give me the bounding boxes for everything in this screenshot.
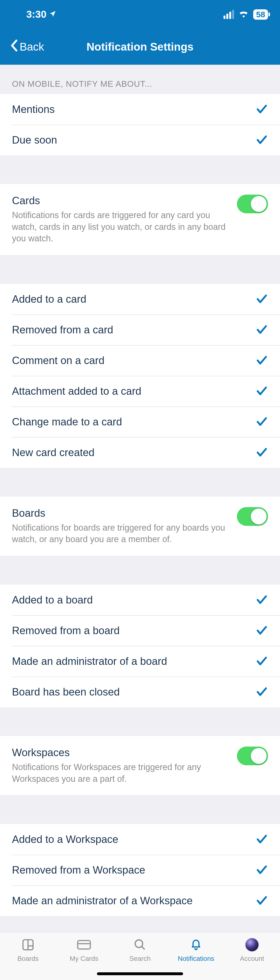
status-time: 3:30: [26, 9, 46, 20]
row-added-to-board[interactable]: Added to a board: [0, 585, 280, 615]
row-label: Removed from a Workspace: [12, 864, 145, 876]
row-cards-toggle[interactable]: Cards Notifications for cards are trigge…: [0, 184, 280, 255]
row-label: New card created: [12, 447, 95, 458]
check-icon: [256, 894, 268, 907]
group-boards-items: Added to a board Removed from a board Ma…: [0, 585, 280, 707]
cellular-signal-icon: [223, 10, 234, 19]
row-label: Comment on a card: [12, 355, 104, 366]
avatar: [245, 938, 259, 952]
row-admin-of-workspace[interactable]: Made an administrator of a Workspace: [0, 885, 280, 916]
back-label: Back: [20, 40, 44, 53]
chevron-left-icon: [9, 39, 18, 54]
row-title: Cards: [12, 195, 230, 207]
tab-bar-wrap: Boards My Cards Search Notifications Acc…: [0, 932, 280, 980]
check-icon: [256, 686, 268, 698]
row-label: Change made to a card: [12, 416, 122, 428]
group-top: Mentions Due soon: [0, 94, 280, 155]
row-label: Board has been closed: [12, 686, 120, 698]
group-boards-head: Boards Notifications for boards are trig…: [0, 496, 280, 556]
tab-label: Account: [240, 955, 264, 963]
row-desc: Notifications for boards are triggered f…: [12, 522, 230, 545]
row-due-soon[interactable]: Due soon: [0, 125, 280, 155]
tab-notifications[interactable]: Notifications: [168, 937, 224, 963]
row-removed-from-card[interactable]: Removed from a card: [0, 315, 280, 345]
row-mentions[interactable]: Mentions: [0, 94, 280, 125]
tab-label: Notifications: [178, 955, 214, 963]
row-desc: Notifications for Workspaces are trigger…: [12, 761, 230, 785]
check-icon: [256, 103, 268, 116]
status-bar: 3:30 58: [0, 0, 280, 29]
row-new-card[interactable]: New card created: [0, 437, 280, 468]
boards-icon: [21, 937, 36, 953]
check-icon: [256, 293, 268, 305]
tab-label: Boards: [17, 955, 39, 963]
tab-label: Search: [130, 955, 151, 963]
status-right: 58: [223, 9, 268, 20]
mycards-icon: [76, 937, 92, 953]
battery-level: 58: [253, 10, 268, 20]
row-boards-toggle[interactable]: Boards Notifications for boards are trig…: [0, 496, 280, 556]
check-icon: [256, 624, 268, 637]
row-label: Removed from a board: [12, 625, 120, 636]
nav-bar: Back Notification Settings: [0, 29, 280, 65]
row-workspaces-toggle[interactable]: Workspaces Notifications for Workspaces …: [0, 736, 280, 795]
row-change-made[interactable]: Change made to a card: [0, 406, 280, 437]
row-added-to-card[interactable]: Added to a card: [0, 284, 280, 315]
row-removed-from-workspace[interactable]: Removed from a Workspace: [0, 855, 280, 885]
group-cards-items: Added to a card Removed from a card Comm…: [0, 284, 280, 468]
page-title: Notification Settings: [86, 40, 193, 53]
toggle-workspaces[interactable]: [237, 746, 268, 765]
check-icon: [256, 864, 268, 876]
row-added-to-workspace[interactable]: Added to a Workspace: [0, 824, 280, 855]
status-time-area: 3:30: [26, 9, 57, 20]
row-label: Due soon: [12, 134, 57, 146]
tab-account[interactable]: Account: [224, 937, 280, 963]
group-workspaces-head: Workspaces Notifications for Workspaces …: [0, 736, 280, 795]
check-icon: [256, 415, 268, 428]
check-icon: [256, 655, 268, 668]
row-attachment-added[interactable]: Attachment added to a card: [0, 376, 280, 406]
row-label: Removed from a card: [12, 324, 113, 336]
row-label: Made an administrator of a Workspace: [12, 895, 193, 907]
group-cards-head: Cards Notifications for cards are trigge…: [0, 184, 280, 255]
check-icon: [256, 134, 268, 146]
row-desc: Notifications for cards are triggered fo…: [12, 210, 230, 245]
row-label: Added to a card: [12, 293, 86, 305]
row-label: Attachment added to a card: [12, 385, 141, 397]
tab-mycards[interactable]: My Cards: [56, 937, 112, 963]
tab-label: My Cards: [70, 955, 98, 963]
content: ON MOBILE, NOTIFY ME ABOUT... Mentions D…: [0, 65, 280, 932]
row-board-closed[interactable]: Board has been closed: [0, 676, 280, 707]
check-icon: [256, 593, 268, 606]
check-icon: [256, 385, 268, 398]
back-button[interactable]: Back: [9, 39, 44, 54]
check-icon: [256, 833, 268, 846]
row-title: Boards: [12, 507, 230, 519]
row-admin-of-board[interactable]: Made an administrator of a board: [0, 646, 280, 676]
svg-rect-3: [78, 940, 90, 949]
wifi-icon: [238, 9, 249, 20]
home-indicator: [97, 972, 183, 975]
check-icon: [256, 446, 268, 459]
svg-line-6: [142, 947, 144, 949]
check-icon: [256, 354, 268, 367]
row-comment-on-card[interactable]: Comment on a card: [0, 345, 280, 376]
avatar-icon: [244, 937, 259, 953]
row-label: Made an administrator of a board: [12, 655, 167, 667]
row-label: Mentions: [12, 103, 55, 115]
group-workspaces-items: Added to a Workspace Removed from a Work…: [0, 824, 280, 916]
row-label: Added to a Workspace: [12, 833, 118, 845]
tab-search[interactable]: Search: [112, 937, 168, 963]
row-label: Added to a board: [12, 594, 93, 606]
section-header-on-mobile: ON MOBILE, NOTIFY ME ABOUT...: [0, 65, 280, 94]
tab-boards[interactable]: Boards: [0, 937, 56, 963]
location-arrow-icon: [49, 9, 57, 20]
bell-icon: [188, 937, 204, 953]
check-icon: [256, 323, 268, 336]
row-title: Workspaces: [12, 746, 230, 759]
row-removed-from-board[interactable]: Removed from a board: [0, 615, 280, 646]
search-icon: [132, 937, 148, 953]
toggle-boards[interactable]: [237, 507, 268, 526]
toggle-cards[interactable]: [237, 195, 268, 213]
